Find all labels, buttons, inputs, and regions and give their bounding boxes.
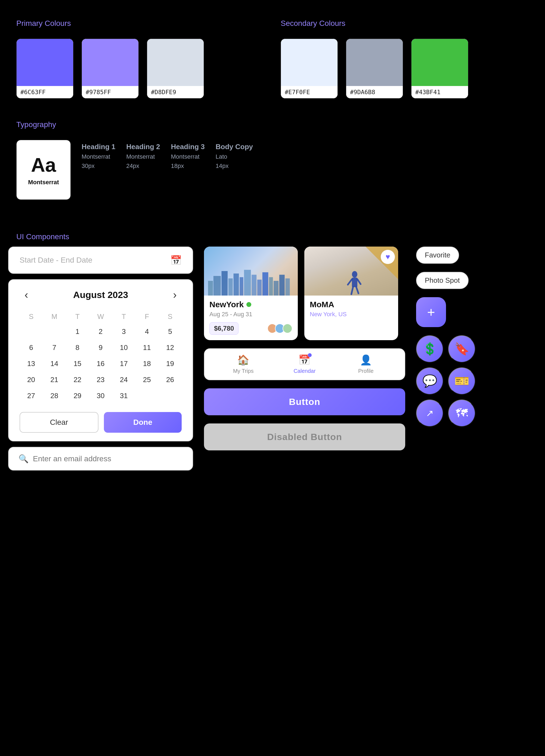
cal-day[interactable]: 26: [159, 372, 182, 388]
body-size: 14px: [216, 162, 253, 170]
cal-day[interactable]: 15: [66, 356, 89, 372]
date-range-input[interactable]: Start Date - End Date 📅: [8, 247, 193, 274]
city-background: [204, 247, 298, 296]
cal-day[interactable]: 10: [112, 340, 136, 356]
clear-button[interactable]: Clear: [20, 412, 99, 433]
trip-status-dot: [247, 302, 251, 307]
moma-name-row: MoMA: [310, 300, 393, 309]
cal-day[interactable]: 17: [112, 356, 136, 372]
colour-card-3: #D8DFE9: [147, 39, 204, 99]
svg-rect-11: [273, 281, 278, 296]
calendar-prev-btn[interactable]: ‹: [20, 288, 33, 302]
email-input-wrap[interactable]: 🔍: [8, 447, 193, 471]
calendar-actions: Clear Done: [20, 412, 182, 433]
colour-hex-2: #9785FF: [82, 86, 139, 98]
nav-item-my-trips[interactable]: 🏠 My Trips: [213, 354, 274, 374]
calendar-badge-dot: [308, 353, 312, 357]
cal-day[interactable]: 7: [43, 340, 66, 356]
trip-card-moma[interactable]: ♥ MoMA New York, US: [304, 247, 398, 340]
cal-day[interactable]: 13: [20, 356, 43, 372]
icon-row-2: 💬 🎫: [416, 367, 475, 395]
cal-day[interactable]: 1: [66, 324, 89, 340]
cal-day[interactable]: 14: [43, 356, 66, 372]
dollar-icon-button[interactable]: 💲: [416, 335, 443, 362]
cal-day[interactable]: 20: [20, 372, 43, 388]
avatar-3: [282, 324, 292, 333]
nav-item-calendar[interactable]: 📅 Calendar: [274, 354, 335, 374]
trip-name: NewYork: [210, 300, 244, 309]
chat-icon-button[interactable]: 💬: [416, 367, 443, 395]
bookmark-icon-button[interactable]: 🔖: [448, 335, 475, 362]
typography-label: Typography: [8, 109, 537, 134]
cal-day[interactable]: 11: [136, 340, 159, 356]
cal-day[interactable]: 19: [159, 356, 182, 372]
calendar-header: ‹ August 2023 ›: [20, 288, 182, 302]
cal-day[interactable]: [159, 388, 182, 404]
cal-day[interactable]: 4: [136, 324, 159, 340]
heading2-label: Heading 2: [126, 143, 160, 151]
navigate-icon-button[interactable]: ↗: [416, 399, 443, 427]
colour-swatch-4: [281, 39, 337, 86]
colour-card-6: #43BF41: [411, 39, 468, 99]
cal-day[interactable]: 6: [20, 340, 43, 356]
fab-add-button[interactable]: +: [416, 297, 446, 327]
svg-rect-2: [222, 271, 228, 296]
person-svg: [346, 271, 363, 296]
trip-card-newyork[interactable]: NewYork Aug 25 - Aug 31 $6,780: [204, 247, 298, 340]
svg-point-14: [352, 271, 357, 278]
calendar-next-btn[interactable]: ›: [168, 288, 182, 302]
cal-day[interactable]: [136, 388, 159, 404]
trip-card-image-moma: ♥: [304, 247, 398, 296]
cal-day[interactable]: 3: [112, 324, 136, 340]
cal-day[interactable]: 8: [66, 340, 89, 356]
heading1-font: Montserrat: [82, 153, 115, 160]
cal-day[interactable]: 27: [20, 388, 43, 404]
svg-rect-7: [252, 275, 257, 296]
cal-day[interactable]: 16: [89, 356, 112, 372]
cal-day[interactable]: 22: [66, 372, 89, 388]
cal-day[interactable]: [20, 324, 43, 340]
svg-rect-9: [263, 272, 269, 296]
cal-day[interactable]: 18: [136, 356, 159, 372]
svg-rect-10: [269, 277, 273, 296]
cal-day[interactable]: [43, 324, 66, 340]
weekday-thu: T: [112, 310, 136, 324]
cal-day[interactable]: 28: [43, 388, 66, 404]
cal-day[interactable]: 23: [89, 372, 112, 388]
map-icon-button[interactable]: 🗺: [448, 399, 475, 427]
photo-spot-tag-button[interactable]: Photo Spot: [416, 272, 469, 289]
my-trips-icon: 🏠: [237, 354, 250, 366]
primary-button[interactable]: Button: [204, 388, 405, 415]
disabled-button: Disabled Button: [204, 423, 405, 450]
svg-rect-1: [214, 276, 221, 296]
cal-day[interactable]: 12: [159, 340, 182, 356]
cal-day[interactable]: 2: [89, 324, 112, 340]
icon-grid: 💲 🔖 💬 🎫 ↗ 🗺: [416, 335, 475, 427]
cal-day[interactable]: 29: [66, 388, 89, 404]
type-sample-h2: Heading 2 Montserrat 24px: [126, 140, 160, 170]
cal-day[interactable]: 21: [43, 372, 66, 388]
calendar-card: ‹ August 2023 › S M T W T F: [8, 279, 193, 441]
primary-colours-label: Primary Colours: [8, 8, 272, 33]
cal-day[interactable]: 25: [136, 372, 159, 388]
cal-day[interactable]: 31: [112, 388, 136, 404]
cal-day[interactable]: 24: [112, 372, 136, 388]
trip-card-image-newyork: [204, 247, 298, 296]
calendar-nav-label: Calendar: [293, 368, 315, 374]
weekday-tue: T: [66, 310, 89, 324]
cal-day[interactable]: 30: [89, 388, 112, 404]
cal-day[interactable]: 5: [159, 324, 182, 340]
profile-label: Profile: [358, 368, 374, 374]
svg-rect-13: [285, 278, 289, 296]
triangle-decoration: [365, 247, 398, 279]
favorite-tag-button[interactable]: Favorite: [416, 247, 459, 264]
colour-hex-5: #9DA6B8: [346, 86, 403, 98]
nav-item-profile[interactable]: 👤 Profile: [335, 354, 396, 374]
email-input[interactable]: [33, 454, 183, 463]
ticket-icon-button[interactable]: 🎫: [448, 367, 475, 395]
icon-row-1: 💲 🔖: [416, 335, 475, 362]
cal-day[interactable]: 9: [89, 340, 112, 356]
done-button[interactable]: Done: [104, 412, 182, 433]
colour-card-5: #9DA6B8: [346, 39, 403, 99]
type-sample-h1: Heading 1 Montserrat 30px: [82, 140, 115, 170]
